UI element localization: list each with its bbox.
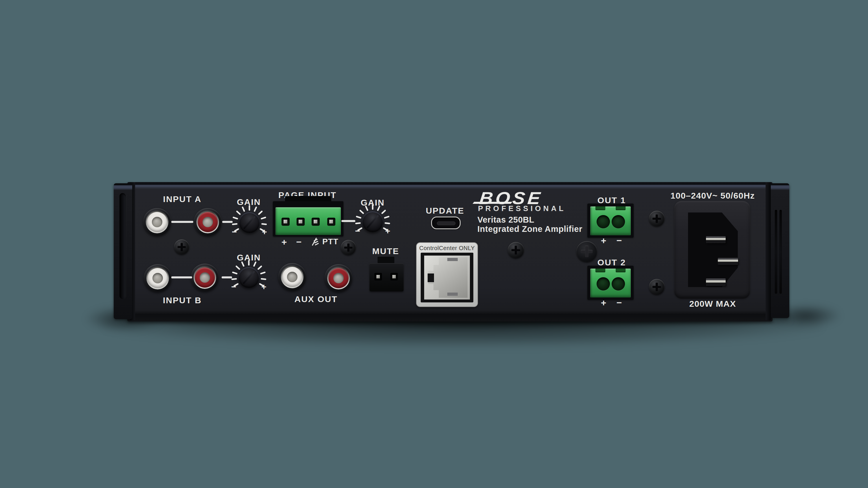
knob-indicator-slot [243,216,255,229]
iec-c14-inlet [674,201,750,299]
terminal-screw [283,220,287,224]
terminal-hole [297,218,305,226]
out-2-plus-mark: + [598,297,609,308]
terminal-hole [327,218,335,226]
knob-body [239,267,259,288]
wire-port [597,277,610,291]
phillips-screw-icon [341,240,356,255]
rack-ear-slot [120,193,126,299]
mute-pin [376,275,380,279]
aux-out-right-rca-jack [324,264,352,292]
knob-body [362,211,383,232]
page-plus-mark: + [278,237,290,248]
rj45-clip-slot [428,273,434,282]
connector-line [171,276,192,279]
out-1-euroblock [590,206,631,235]
rca-center-hole [152,217,162,227]
amplifier-rear-panel: INPUT A GAIN [114,182,789,322]
update-label: UPDATE [422,206,468,216]
gain-max-mark: + [383,226,392,236]
ptt-label: PTT [320,237,341,246]
terminal-screw [299,220,302,224]
terminal-cap [285,196,331,202]
terminal-tab [595,268,605,272]
input-b-left-rca-jack [144,264,172,292]
right-rack-ear [771,183,789,318]
power-pin [718,258,738,265]
controlcenter-plate: ControlCenter ONLY [416,242,478,307]
out-2-euroblock [590,268,631,297]
terminal-hole [281,218,290,226]
usb-c-slot [437,222,456,225]
mute-pin-hole [390,273,398,281]
input-b-label: INPUT B [153,295,211,305]
terminal-tab [595,206,605,210]
gain-min-mark: − [230,227,239,237]
terminal-screw [329,220,333,224]
phillips-screw-icon [649,279,664,295]
knob-body [239,212,260,233]
controlcenter-label: ControlCenter ONLY [416,245,477,252]
out-2-minus-mark: − [613,297,625,308]
input-a-label: INPUT A [153,194,211,204]
input-b-right-rca-jack [191,264,219,291]
power-rating-label: 100–240V~ 50/60Hz [669,191,756,201]
out-1-minus-mark: − [613,235,625,246]
page-minus-mark: − [293,237,305,248]
rca-center-hole [203,217,213,227]
rj45-inner-plate [424,256,470,299]
power-pin [706,279,726,286]
usb-c-port [431,217,461,229]
input-b-gain-knob [228,257,269,298]
gain-min-mark: − [229,282,238,292]
page-gain-knob [352,201,393,242]
rack-ear-slot [779,210,782,294]
input-a-gain-knob [229,202,270,243]
wire-port [612,215,625,228]
terminal-tab [616,206,625,210]
power-max-label: 200W MAX [669,299,756,309]
model-name: Veritas 250BL [477,215,534,225]
rj45-tab [447,293,458,296]
rack-ear-slot [775,210,777,294]
model-descriptor: Integrated Zone Amplifier [477,224,582,234]
page-input-euroblock [275,207,341,235]
power-pin [706,236,726,243]
phillips-screw-icon [174,239,189,254]
connector-line [171,221,193,223]
gain-max-mark: + [259,282,268,292]
aux-out-left-rca-jack [278,263,306,291]
iec-inlet-cutout [688,213,738,287]
rj45-frame [421,253,473,302]
out-1-plus-mark: + [598,235,609,246]
product-photo-stage: INPUT A GAIN [0,0,868,488]
rj45-tab [447,258,458,261]
wire-port [597,215,610,228]
terminal-screw [314,220,317,224]
brand-logo-underline [472,202,512,204]
rca-center-hole [287,272,298,282]
rca-center-hole [333,273,344,283]
mute-label: MUTE [363,246,409,256]
mute-pin-hole [374,273,382,281]
phillips-screw-icon [649,211,664,226]
knob-indicator-slot [243,270,255,284]
chassis-ground-icon [310,237,320,246]
brand-sub-label: PROFESSIONAL [478,204,566,213]
gain-max-mark: + [260,227,269,237]
mute-pin [392,275,396,279]
panel-content: INPUT A GAIN [127,182,773,322]
phillips-screw-icon [508,242,524,258]
aux-out-label: AUX OUT [287,294,345,304]
terminal-hole [312,218,320,226]
mute-connector [370,263,404,291]
input-a-left-rca-jack [143,208,171,236]
input-a-right-rca-jack [194,208,222,236]
rca-center-hole [199,272,210,283]
knob-indicator-slot [366,215,379,228]
terminal-tab [616,268,625,272]
gain-min-mark: − [353,226,362,236]
rca-center-hole [153,273,163,283]
wire-port [612,277,625,291]
